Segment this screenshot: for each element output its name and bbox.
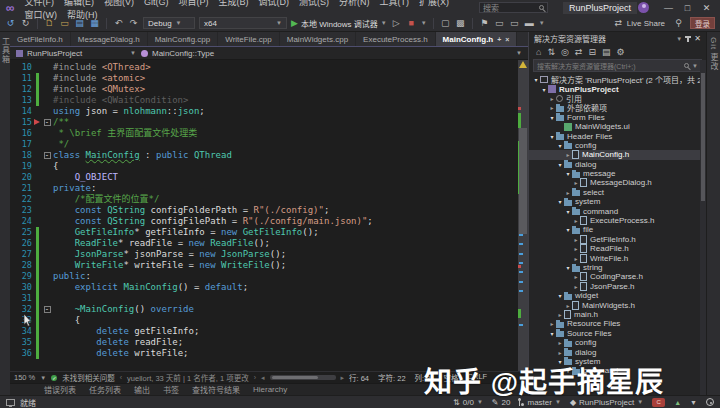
collapsed-arrow-icon[interactable]: ▸ xyxy=(572,283,580,290)
codelens-prev-icon[interactable]: ‹ xyxy=(120,374,122,381)
tree-item[interactable]: ▸WriteFile.h xyxy=(529,253,706,262)
document-tab[interactable]: MainConfig.cpp xyxy=(148,32,219,46)
collapsed-arrow-icon[interactable]: ▸ xyxy=(572,217,580,224)
panel-close-icon[interactable]: ✕ xyxy=(694,34,701,43)
expanded-arrow-icon[interactable]: ▾ xyxy=(548,114,556,121)
redo-icon[interactable]: ↷ xyxy=(128,17,139,29)
menu-item[interactable]: 视图(V) xyxy=(99,0,139,7)
sign-in-button[interactable]: 登录 xyxy=(690,17,715,29)
tree-item[interactable]: ▾system xyxy=(529,197,706,206)
codelens-next-icon[interactable]: › xyxy=(254,374,256,381)
collapsed-arrow-icon[interactable]: ▸ xyxy=(564,302,572,309)
panel-tab[interactable]: 输出 xyxy=(134,384,150,395)
tree-item[interactable]: ▾dialog xyxy=(529,160,706,169)
tree-item[interactable]: ▸main.h xyxy=(529,310,706,319)
document-health-icon[interactable]: ✓ xyxy=(51,375,57,381)
panel-tab[interactable]: 查找符号结果 xyxy=(192,384,240,395)
expanded-arrow-icon[interactable]: ▾ xyxy=(556,198,564,205)
feedback-icon[interactable]: ⚲ xyxy=(673,17,684,29)
collapsed-arrow-icon[interactable]: ▸ xyxy=(572,236,580,243)
pending-changes-filter-icon[interactable]: ◎ xyxy=(561,47,569,57)
expanded-arrow-icon[interactable]: ▾ xyxy=(548,330,556,337)
menu-item[interactable]: 项目(P) xyxy=(174,0,214,7)
new-file-icon[interactable]: 🗋︎ xyxy=(44,17,55,29)
collapsed-arrow-icon[interactable]: ▸ xyxy=(548,320,556,327)
undo-icon[interactable]: ↶ xyxy=(113,17,124,29)
open-file-icon[interactable]: ▭ xyxy=(59,17,70,29)
tab-close-icon[interactable]: × xyxy=(505,36,509,43)
panel-tab[interactable]: 书签 xyxy=(163,384,179,395)
tree-item[interactable]: ▸CodingParse.h xyxy=(529,272,706,281)
tree-item[interactable]: ▸Resource Files xyxy=(529,319,706,328)
collapse-icon[interactable]: - xyxy=(44,152,51,159)
properties-icon[interactable]: ⚙︎ xyxy=(616,47,624,57)
editor-horizontal-scrollbar[interactable] xyxy=(270,375,336,380)
expanded-arrow-icon[interactable]: ▾ xyxy=(564,208,572,215)
menu-item[interactable]: Git(G) xyxy=(139,0,174,7)
menu-item[interactable]: 测试(S) xyxy=(294,0,334,7)
find-in-files-icon[interactable]: ▢ xyxy=(440,17,451,29)
collapsed-arrow-icon[interactable]: ▸ xyxy=(556,339,564,346)
project-dropdown[interactable]: RunPlusProject ▼ xyxy=(16,49,136,58)
code-editor[interactable]: 10#include <QThread>11#include <atomic>1… xyxy=(10,60,528,371)
tree-item[interactable]: ▸dialog xyxy=(529,347,706,356)
tree-item[interactable]: ▾Form Files xyxy=(529,113,706,122)
document-tab[interactable]: ExecuteProcess.h xyxy=(356,32,435,46)
tree-item[interactable]: ▸引用 xyxy=(529,94,706,103)
start-without-debugging-icon[interactable]: ▷ xyxy=(391,17,402,29)
window-position-icon[interactable]: ▼ xyxy=(676,36,682,42)
menu-item[interactable]: 工具(T) xyxy=(375,0,415,7)
collapsed-arrow-icon[interactable]: ▸ xyxy=(548,95,556,102)
navigate-back-icon[interactable]: ↺ xyxy=(5,17,16,29)
toolbox-tab[interactable]: 工具箱 xyxy=(0,32,11,69)
tree-item[interactable]: ▾message xyxy=(529,169,706,178)
switch-views-icon[interactable]: ⇅ xyxy=(547,47,555,57)
tree-item[interactable]: ▸select xyxy=(529,188,706,197)
sync-with-active-document-icon[interactable]: ⇄ xyxy=(575,47,583,57)
tree-item[interactable]: ▸外部依赖项 xyxy=(529,103,706,112)
pin-icon[interactable] xyxy=(687,36,689,42)
options-icon[interactable]: ▬ xyxy=(524,17,535,29)
expanded-arrow-icon[interactable]: ▾ xyxy=(556,142,564,149)
hot-reload-icon[interactable]: ■ xyxy=(406,17,417,29)
solution-search-box[interactable]: 搜索解决方案资源管理器(Ctrl+;) ▼ xyxy=(533,59,702,72)
tree-item[interactable]: ▾Source Files xyxy=(529,329,706,338)
hscroll-left-icon[interactable]: ◂ xyxy=(261,374,265,382)
live-share-button[interactable]: ⇄ Live Share xyxy=(613,17,665,29)
start-debugging-button[interactable]: ▶ 本地 Windows 调试器 ▼ xyxy=(291,18,387,29)
fold-margin[interactable]: - xyxy=(41,150,53,161)
tree-item[interactable]: ▾解决方案 'RunPlusProject' (2 个项目，共 2 个) xyxy=(529,75,706,84)
expanded-arrow-icon[interactable]: ▾ xyxy=(564,264,572,271)
tree-vertical-scrollbar[interactable] xyxy=(700,60,706,395)
tree-item[interactable]: ▾RunPlusProject xyxy=(529,84,706,93)
menu-item[interactable]: 扩展(X) xyxy=(414,0,454,7)
save-icon[interactable]: ▤ xyxy=(74,17,85,29)
fold-margin[interactable]: - xyxy=(41,304,53,315)
zoom-level-dropdown[interactable]: 150 % xyxy=(14,373,35,382)
tree-item[interactable]: ▾command xyxy=(529,206,706,215)
notifications-icon[interactable] xyxy=(706,398,714,406)
close-button[interactable]: ✕ xyxy=(697,3,716,13)
user-avatar[interactable] xyxy=(638,2,649,13)
tree-item[interactable]: ▸ReadFile.h xyxy=(529,244,706,253)
tree-item[interactable]: ▸ExecuteProcess.h xyxy=(529,216,706,225)
comment-icon[interactable]: ▭ xyxy=(494,17,505,29)
tab-pin-icon[interactable]: + xyxy=(497,36,501,43)
tree-item[interactable]: ▾widget xyxy=(529,291,706,300)
menu-item[interactable]: 文件(F) xyxy=(20,0,60,7)
collapsed-arrow-icon[interactable]: ▸ xyxy=(572,245,580,252)
tree-item[interactable]: ▸MessageDialog.h xyxy=(529,178,706,187)
member-dropdown[interactable]: ▼ xyxy=(516,50,522,56)
maximize-button[interactable]: □ xyxy=(678,3,697,13)
solution-platform-dropdown[interactable]: x64▼ xyxy=(199,17,287,29)
save-all-icon[interactable]: ▦ xyxy=(89,17,100,29)
tree-item[interactable]: ▸MainConfig.h xyxy=(529,150,706,159)
navigate-forward-icon[interactable]: ↻ xyxy=(20,17,31,29)
uncomment-icon[interactable]: ▭ xyxy=(509,17,520,29)
show-all-files-icon[interactable]: ▤ xyxy=(602,47,611,57)
menu-item[interactable]: 分析(N) xyxy=(334,0,375,7)
collapsed-arrow-icon[interactable]: ▸ xyxy=(572,255,580,262)
hscroll-right-icon[interactable]: ▸ xyxy=(341,374,345,382)
menu-item[interactable]: 调试(D) xyxy=(254,0,295,7)
collapsed-arrow-icon[interactable]: ▸ xyxy=(572,273,580,280)
